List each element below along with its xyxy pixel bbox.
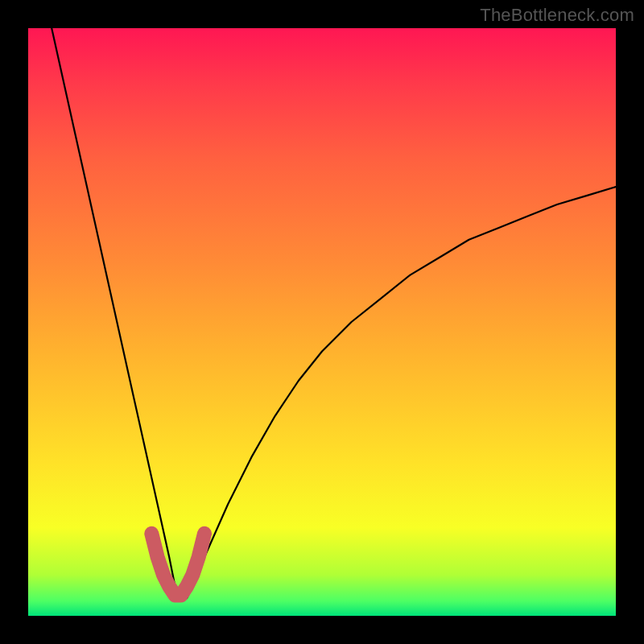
attribution-text: TheBottleneck.com [480, 5, 634, 26]
plot-area [28, 28, 616, 616]
bottleneck-curve [52, 28, 616, 598]
highlight-segment [151, 534, 204, 596]
curve-layer [28, 28, 616, 616]
chart-frame: TheBottleneck.com [0, 0, 644, 644]
